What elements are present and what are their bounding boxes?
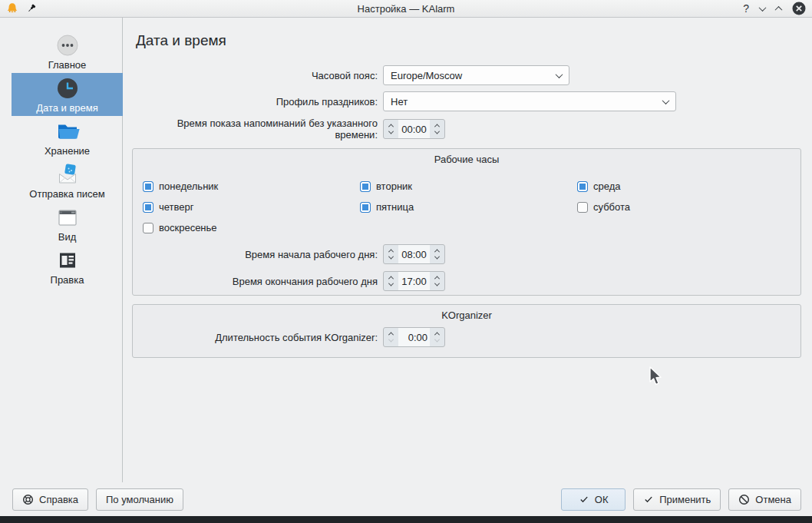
spin-down-button[interactable]	[434, 254, 440, 260]
default-reminder-time-label: Время показа напоминаний без указанного …	[136, 118, 383, 141]
close-button[interactable]	[792, 2, 806, 15]
work-start-spinbox[interactable]: 08:00	[383, 244, 445, 264]
day-label: воскресенье	[159, 222, 217, 233]
overview-icon	[55, 33, 80, 58]
defaults-button[interactable]: По умолчанию	[96, 488, 183, 511]
spin-down-button[interactable]	[388, 337, 394, 343]
checkbox-icon	[143, 202, 153, 213]
spin-down-button[interactable]	[434, 281, 440, 286]
button-label: ОК	[595, 494, 609, 505]
time-value[interactable]: 00:00	[398, 120, 430, 138]
checkbox-icon	[577, 181, 588, 192]
work-start-label: Время начала рабочего дня:	[133, 249, 383, 260]
checkbox-icon	[143, 181, 153, 192]
sidebar-item-storage[interactable]: Хранение	[12, 116, 123, 159]
sidebar-item-label: Главное	[48, 60, 87, 71]
sidebar-item-view[interactable]: Вид	[12, 202, 123, 245]
cancel-icon	[738, 494, 750, 505]
workday-checkbox-wednesday[interactable]: среда	[577, 180, 800, 192]
holiday-profile-combobox[interactable]: Нет	[383, 91, 676, 111]
button-label: Отмена	[755, 494, 791, 505]
folder-icon	[55, 119, 80, 144]
pin-icon[interactable]	[26, 3, 37, 14]
mouse-cursor	[649, 366, 663, 387]
day-label: среда	[593, 180, 621, 192]
default-reminder-time-spinbox[interactable]: 00:00	[383, 119, 445, 139]
clock-icon	[55, 76, 80, 101]
workday-checkbox-monday[interactable]: понедельник	[143, 180, 360, 192]
time-value[interactable]: 17:00	[398, 272, 430, 290]
checkbox-icon	[143, 223, 153, 233]
workday-checkbox-friday[interactable]: пятница	[360, 201, 577, 213]
settings-category-sidebar: Главное Дата и время Хранение	[0, 18, 123, 482]
titlebar: Настройка — KAlarm ?	[0, 0, 812, 18]
sidebar-item-label: Отправка писем	[29, 189, 104, 200]
timezone-combobox[interactable]: Europe/Moscow	[383, 65, 569, 85]
page-title: Дата и время	[136, 32, 801, 49]
maximize-button[interactable]	[775, 5, 783, 13]
workday-checkbox-thursday[interactable]: четверг	[143, 201, 360, 213]
korganizer-group: KOrganizer Длительность события KOrganiz…	[132, 304, 801, 358]
holiday-profile-label: Профиль праздников:	[136, 96, 383, 108]
group-title: Рабочие часы	[133, 154, 800, 165]
checkbox-icon	[360, 202, 371, 213]
spin-down-button[interactable]	[388, 129, 394, 134]
help-titlebar-button[interactable]: ?	[743, 2, 749, 15]
button-label: Справка	[39, 494, 78, 505]
checkmark-icon	[643, 494, 654, 505]
sidebar-item-label: Хранение	[45, 146, 90, 157]
workday-checkbox-tuesday[interactable]: вторник	[360, 180, 577, 192]
editor-icon	[55, 248, 80, 273]
sidebar-item-email[interactable]: Отправка писем	[12, 159, 123, 202]
day-label: пятница	[376, 201, 414, 213]
checkbox-icon	[577, 202, 588, 213]
timezone-value: Europe/Moscow	[391, 70, 462, 81]
cancel-button[interactable]: Отмена	[728, 488, 801, 511]
day-label: четверг	[159, 201, 194, 213]
help-button[interactable]: Справка	[12, 488, 88, 511]
sidebar-item-main[interactable]: Главное	[12, 30, 123, 73]
work-end-spinbox[interactable]: 17:00	[383, 271, 445, 291]
sidebar-item-date-time[interactable]: Дата и время	[12, 73, 123, 116]
spin-down-button[interactable]	[434, 337, 440, 343]
time-value[interactable]: 0:00	[398, 328, 430, 346]
work-end-label: Время окончания рабочего дня	[133, 276, 383, 287]
checkbox-icon	[360, 181, 371, 192]
ok-button[interactable]: ОК	[561, 488, 626, 511]
group-title: KOrganizer	[133, 309, 800, 321]
spin-down-button[interactable]	[388, 254, 394, 260]
window-view-icon	[55, 205, 80, 230]
kalarm-settings-window: { "titlebar": { "title": "Настройка — KA…	[0, 0, 812, 523]
dialog-button-bar: Справка По умолчанию ОК Применить Отмена	[0, 482, 812, 516]
spin-down-button[interactable]	[388, 281, 394, 286]
apply-button[interactable]: Применить	[633, 488, 721, 511]
day-label: суббота	[593, 201, 630, 213]
day-label: вторник	[376, 180, 412, 192]
mail-send-icon	[55, 162, 80, 187]
button-label: По умолчанию	[106, 494, 173, 505]
sidebar-item-label: Вид	[58, 232, 77, 243]
window-bottom-edge	[0, 516, 812, 523]
sidebar-item-label: Правка	[51, 275, 84, 286]
kalarm-bell-icon	[6, 2, 18, 15]
time-value[interactable]: 08:00	[398, 245, 430, 263]
workday-grid: понедельник вторник среда четверг пятниц…	[143, 180, 800, 233]
spin-down-button[interactable]	[434, 129, 440, 134]
sidebar-item-edit[interactable]: Правка	[12, 245, 123, 288]
window-title: Настройка — KAlarm	[0, 3, 812, 15]
korganizer-duration-spinbox[interactable]: 0:00	[383, 327, 445, 347]
checkmark-icon	[579, 494, 589, 505]
sidebar-item-label: Дата и время	[36, 103, 98, 114]
chevron-down-icon	[662, 97, 670, 104]
date-time-settings-page: Дата и время Часовой пояс: Europe/Moscow…	[123, 18, 812, 482]
minimize-button[interactable]	[759, 4, 767, 12]
timezone-label: Часовой пояс:	[136, 70, 383, 81]
working-hours-group: Рабочие часы понедельник вторник среда ч…	[132, 148, 801, 296]
chevron-down-icon	[556, 71, 563, 78]
workday-checkbox-sunday[interactable]: воскресенье	[143, 222, 360, 233]
holiday-profile-value: Нет	[391, 96, 408, 108]
workday-checkbox-saturday[interactable]: суббота	[577, 201, 800, 213]
day-label: понедельник	[159, 180, 218, 192]
button-label: Применить	[659, 494, 711, 505]
help-lifebuoy-icon	[22, 494, 34, 505]
